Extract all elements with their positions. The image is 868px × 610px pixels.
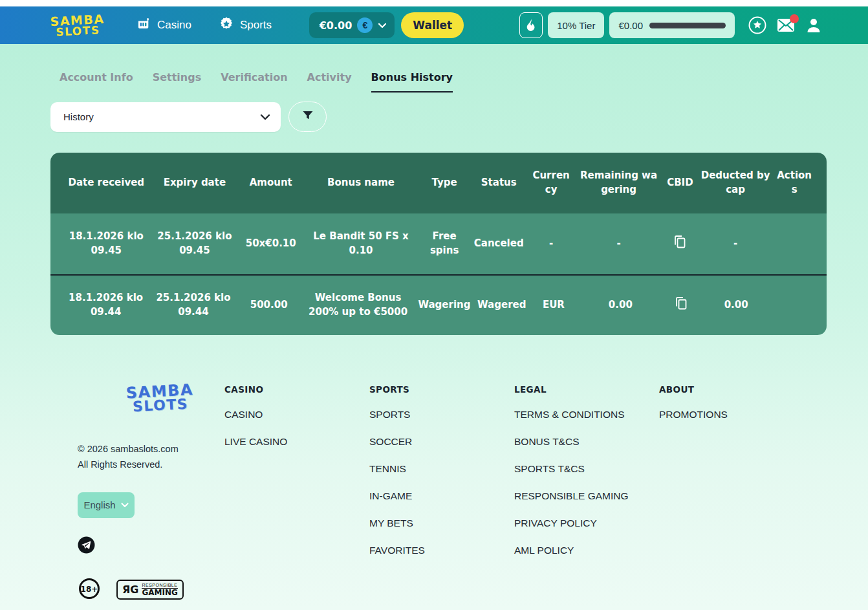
footer-link-tennis[interactable]: TENNIS: [369, 463, 514, 475]
telegram-icon[interactable]: [78, 536, 95, 554]
table-header-row: Date received Expiry date Amount Bonus n…: [50, 153, 827, 213]
nav-item-casino[interactable]: Casino: [136, 16, 191, 35]
flame-icon[interactable]: [519, 12, 543, 38]
tab-account-info[interactable]: Account Info: [60, 71, 133, 93]
notification-dot: [790, 14, 799, 23]
sambaslots-logo[interactable]: SAMBA SLOTS: [50, 13, 105, 38]
logo-line2: SLOTS: [56, 25, 100, 38]
tier-badge[interactable]: 10% Tier: [548, 12, 604, 38]
footer-link-bonus-tcs[interactable]: BONUS T&CS: [514, 436, 659, 448]
page-background: Account Info Settings Verification Activ…: [0, 44, 868, 610]
copy-icon: [673, 234, 687, 254]
footer-link-terms-conditions[interactable]: TERMS & CONDITIONS: [514, 409, 659, 420]
responsible-gaming-badge: ЯG RESPONSIBLE GAMING: [116, 580, 184, 600]
balance-selector[interactable]: €0.00 €: [309, 12, 395, 38]
footer-logo[interactable]: SAMBA SLOTS: [95, 381, 225, 416]
chevron-down-icon: [378, 19, 387, 31]
filter-row: History: [50, 102, 868, 132]
table-row: 18.1.2026 klo 09.45 25.1.2026 klo 09.45 …: [50, 213, 827, 274]
copy-cbid-button[interactable]: [667, 296, 696, 316]
cell-bonus-name: Welcome Bonus 200% up to €5000: [303, 291, 413, 320]
footer-link-aml-policy[interactable]: AML POLICY: [514, 545, 659, 556]
footer-column-title: CASINO: [224, 384, 369, 395]
footer-column-title: ABOUT: [659, 384, 804, 395]
account-tabs: Account Info Settings Verification Activ…: [0, 71, 868, 93]
col-deducted-by-cap: Deducted by cap: [700, 169, 771, 197]
casino-slot-machine-icon: [136, 16, 151, 35]
footer-link-soccer[interactable]: SOCCER: [369, 436, 514, 448]
history-dropdown[interactable]: History: [50, 102, 281, 132]
cell-bonus-name: Le Bandit 50 FS x 0.10: [305, 230, 416, 258]
funnel-icon: [301, 109, 314, 124]
footer-link-casino[interactable]: CASINO: [224, 409, 369, 420]
tab-activity[interactable]: Activity: [307, 71, 352, 93]
copy-cbid-button[interactable]: [666, 234, 695, 254]
footer-link-my-bets[interactable]: MY BETS: [369, 517, 514, 529]
footer-column-title: SPORTS: [369, 384, 514, 395]
cell-status: Wagered: [475, 298, 528, 312]
user-icon[interactable]: [805, 16, 823, 34]
col-actions: Actions: [776, 169, 812, 197]
filter-button[interactable]: [288, 102, 327, 132]
svg-text:18+: 18+: [81, 585, 98, 594]
cell-type: Free spins: [422, 230, 468, 258]
tier-group: 10% Tier €0.00: [519, 12, 735, 38]
cell-remaining-wagering: -: [577, 237, 660, 251]
col-date-received: Date received: [65, 176, 148, 190]
footer-left: SAMBA SLOTS © 2026 sambaslots.com All Ri…: [78, 384, 224, 603]
euro-coin-icon: €: [357, 17, 373, 33]
balance-group: €0.00 € Wallet: [309, 12, 464, 38]
nav-item-sports-label: Sports: [240, 19, 272, 32]
language-selector[interactable]: English: [78, 492, 135, 518]
footer-link-sports-tcs[interactable]: SPORTS T&CS: [514, 463, 659, 475]
footer-link-responsible-gaming[interactable]: RESPONSIBLE GAMING: [514, 490, 659, 502]
cell-expiry-date: 25.1.2026 klo 09.45: [153, 230, 237, 258]
chevron-down-icon: [121, 500, 129, 510]
cell-currency: EUR: [533, 298, 574, 312]
col-type: Type: [422, 176, 468, 190]
footer-link-favorites[interactable]: FAVORITES: [369, 545, 514, 556]
cell-type: Wagering: [418, 298, 470, 312]
copyright: © 2026 sambaslots.com All Rights Reserve…: [78, 441, 224, 473]
col-bonus-name: Bonus name: [305, 176, 416, 190]
footer-logo-line2: SLOTS: [133, 398, 189, 414]
language-label: English: [83, 499, 115, 510]
loyalty-star-circle-icon[interactable]: [748, 16, 767, 35]
cell-status: Canceled: [473, 237, 525, 251]
footer-link-live-casino[interactable]: LIVE CASINO: [224, 436, 369, 448]
cell-date-received: 18.1.2026 klo 09.44: [65, 291, 147, 320]
nav-item-sports[interactable]: Sports: [219, 16, 272, 35]
wallet-button[interactable]: Wallet: [401, 12, 464, 38]
footer-column-legal: LEGAL TERMS & CONDITIONS BONUS T&CS SPOR…: [514, 384, 659, 603]
mail-icon[interactable]: [776, 17, 796, 33]
rg-monogram: ЯG: [122, 583, 138, 596]
cell-deducted-by-cap: 0.00: [701, 298, 772, 312]
col-status: Status: [473, 176, 525, 190]
footer-column-casino: CASINO CASINO LIVE CASINO: [224, 384, 369, 603]
col-cbid: CBID: [666, 176, 695, 190]
col-expiry-date: Expiry date: [153, 176, 237, 190]
cell-currency: -: [530, 237, 572, 251]
footer: SAMBA SLOTS © 2026 sambaslots.com All Ri…: [78, 384, 868, 603]
footer-link-in-game[interactable]: IN-GAME: [369, 490, 514, 502]
copyright-line2: All Rights Reserved.: [78, 457, 224, 473]
bonus-history-table: Date received Expiry date Amount Bonus n…: [50, 153, 827, 335]
tier-progress-amount: €0.00: [618, 20, 643, 31]
tab-verification[interactable]: Verification: [221, 71, 287, 93]
footer-link-promotions[interactable]: PROMOTIONS: [659, 409, 804, 420]
tier-progress-badge[interactable]: €0.00: [609, 12, 735, 38]
tier-progress-bar: [649, 23, 726, 28]
cell-remaining-wagering: 0.00: [580, 298, 662, 312]
tab-settings[interactable]: Settings: [153, 71, 202, 93]
compliance-badges: 18+ ЯG RESPONSIBLE GAMING: [78, 577, 224, 603]
col-currency: Currency: [530, 169, 572, 197]
footer-column-about: ABOUT PROMOTIONS: [659, 384, 804, 603]
footer-link-privacy-policy[interactable]: PRIVACY POLICY: [514, 517, 659, 529]
table-row: 18.1.2026 klo 09.44 25.1.2026 klo 09.44 …: [50, 274, 827, 335]
sports-star-badge-icon: [219, 16, 234, 35]
footer-link-sports[interactable]: SPORTS: [369, 409, 514, 420]
tab-bonus-history[interactable]: Bonus History: [371, 71, 453, 93]
copyright-line1: © 2026 sambaslots.com: [78, 441, 224, 457]
col-remaining-wagering: Remaining wagering: [577, 169, 660, 197]
cell-amount: 50x€0.10: [241, 237, 300, 251]
